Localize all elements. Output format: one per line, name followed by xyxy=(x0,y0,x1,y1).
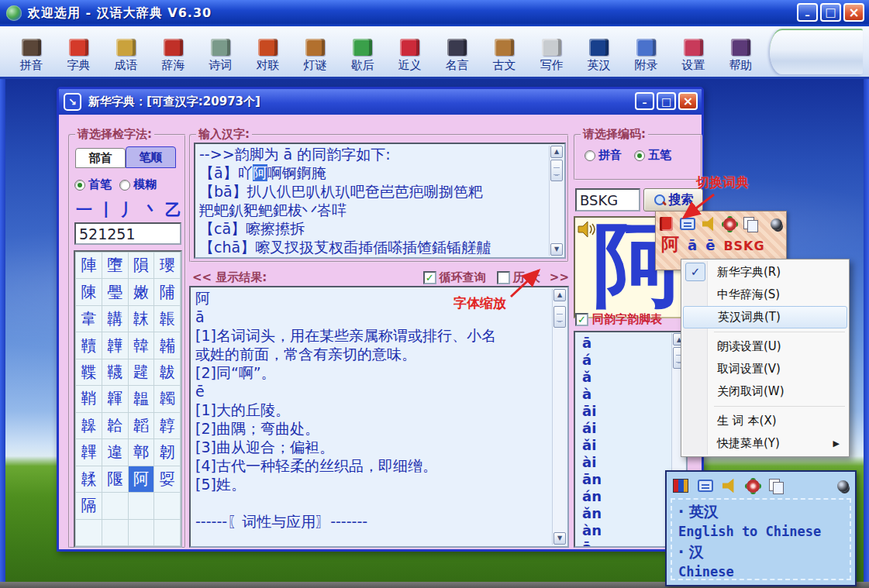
toolbar-item-bangzhu[interactable]: 帮助 xyxy=(717,39,764,74)
menu-item-xinhua-dict[interactable]: 新华字典(R) xyxy=(683,261,847,284)
grid-cell[interactable]: 韠 xyxy=(76,439,102,465)
grid-cell[interactable]: 陠 xyxy=(154,279,180,304)
scroll-up-icon[interactable] xyxy=(553,289,566,301)
menu-item-quick-menu[interactable]: 快捷菜单(Y) xyxy=(683,432,847,455)
grid-cell[interactable]: 韙 xyxy=(129,359,154,385)
grid-cell[interactable]: 韍 xyxy=(154,359,180,385)
dict-minimize-button[interactable] xyxy=(635,92,654,110)
menu-separator[interactable] xyxy=(683,328,847,335)
input-scrollbar[interactable] xyxy=(549,146,563,256)
grid-cell[interactable]: 韜 xyxy=(129,413,154,438)
toolbar-item-mingyan[interactable]: 名言 xyxy=(433,39,481,74)
grid-cell[interactable]: 韐 xyxy=(102,413,128,438)
grid-cell[interactable] xyxy=(102,493,128,518)
stroke-button[interactable]: 丿 xyxy=(121,199,137,221)
pinyin-list-item[interactable]: ài xyxy=(582,454,686,471)
dictionary-icon[interactable] xyxy=(660,217,673,231)
toolbar-item-dengmi[interactable]: 灯谜 xyxy=(291,39,339,74)
settings-icon[interactable] xyxy=(723,218,736,231)
loop-search-checkbox[interactable] xyxy=(423,271,436,284)
copy-icon[interactable] xyxy=(743,217,757,231)
grid-cell[interactable]: 陳 xyxy=(76,279,102,304)
rhyme-table-checkbox-row[interactable]: 同韵字韵脚表 xyxy=(575,312,662,327)
search-button[interactable]: 搜索 xyxy=(643,188,703,211)
hist-big-checkbox[interactable] xyxy=(497,271,510,284)
pinyin-list-item[interactable]: ā xyxy=(582,335,686,352)
grid-cell[interactable]: 韛 xyxy=(154,332,180,358)
grid-cell[interactable]: 隕 xyxy=(129,253,154,278)
toolbar-item-pinyin[interactable]: 拼音 xyxy=(8,39,55,74)
grid-cell[interactable]: 璺 xyxy=(102,279,128,304)
grid-cell[interactable]: 娿 xyxy=(154,466,180,492)
scroll-down-icon[interactable] xyxy=(553,532,566,545)
copy-icon[interactable] xyxy=(769,479,783,493)
dict-close-button[interactable] xyxy=(678,92,698,110)
grid-cell[interactable]: 嫩 xyxy=(129,279,154,304)
grid-cell[interactable] xyxy=(154,520,180,545)
grid-cell[interactable]: 韞 xyxy=(129,386,154,411)
speaker-icon[interactable] xyxy=(578,221,596,238)
pinyin-list-item[interactable]: á xyxy=(582,352,686,369)
toolbar-item-chengyu[interactable]: 成语 xyxy=(102,39,150,74)
dict-maximize-button[interactable] xyxy=(657,92,676,110)
grid-cell[interactable]: 韟 xyxy=(76,413,102,438)
restore-icon[interactable] xyxy=(64,93,81,111)
toolbar-item-xiehou[interactable]: 歇后 xyxy=(339,39,386,74)
stroke-code-input[interactable] xyxy=(74,222,181,245)
loop-search-checkbox-row[interactable]: 循环查询 xyxy=(423,270,486,285)
grid-cell[interactable]: 瓔 xyxy=(154,253,180,278)
toolbar-item-jinyi[interactable]: 近义 xyxy=(386,39,433,74)
dict-books-icon[interactable] xyxy=(673,479,688,493)
grid-cell[interactable]: 陣 xyxy=(76,253,102,278)
grid-cell[interactable]: 韗 xyxy=(102,386,128,411)
radio-mohu[interactable]: 模糊 xyxy=(119,177,157,192)
rhyme-table-checkbox[interactable] xyxy=(575,313,588,326)
grid-cell[interactable] xyxy=(129,520,154,545)
menu-item-close-capture[interactable]: 关闭取词(W) xyxy=(683,380,847,403)
menu-item-yinghan-dict[interactable]: 英汉词典(T) xyxy=(683,306,847,328)
menu-item-capture-settings[interactable]: 取词设置(V) xyxy=(683,358,847,380)
pinyin-list-item[interactable]: à xyxy=(582,386,686,403)
result-textarea[interactable]: 阿 ā [1]名词词头，用在某些亲属称谓或排行、小名 或姓的前面，常含有亲切的意… xyxy=(189,286,569,548)
grid-cell[interactable]: 韝 xyxy=(102,306,128,332)
grid-cell[interactable]: 隁 xyxy=(102,466,128,492)
menu-separator[interactable] xyxy=(683,403,847,410)
input-textarea[interactable]: -->>韵脚为 ā 的同韵字如下: 【ā】吖阿啊锕錒腌 【bā】扒八仈巴叭朳玐吧… xyxy=(194,143,566,259)
speaker-icon[interactable] xyxy=(702,217,716,231)
grid-cell[interactable]: 違 xyxy=(102,439,128,465)
grid-cell[interactable] xyxy=(76,520,102,545)
hist-big-checkbox-row[interactable]: 历 大 xyxy=(497,270,540,285)
grid-cell[interactable]: 鞘 xyxy=(76,386,102,411)
grid-cell[interactable] xyxy=(154,493,180,518)
grid-cell[interactable]: 鄣 xyxy=(129,439,154,465)
stroke-button[interactable]: 一 xyxy=(76,199,92,221)
toolbar-item-cihai[interactable]: 辞海 xyxy=(150,39,197,74)
speaker-icon[interactable] xyxy=(722,479,737,493)
grid-cell[interactable]: 韓 xyxy=(129,332,154,358)
grid-cell[interactable]: 阿 xyxy=(129,466,154,492)
grid-cell[interactable]: 韇 xyxy=(76,332,102,358)
pinyin-list-item[interactable]: ái xyxy=(582,420,686,437)
radio-pinyin[interactable]: 拼音 xyxy=(585,148,622,163)
radio-wubi[interactable]: 五笔 xyxy=(634,148,671,163)
scrollbar-thumb[interactable] xyxy=(550,160,563,181)
grid-cell[interactable] xyxy=(102,520,128,545)
grid-cell[interactable]: 墮 xyxy=(102,253,128,278)
grid-cell[interactable]: 韕 xyxy=(154,413,180,438)
result-scrollbar[interactable] xyxy=(552,289,566,545)
menu-item-reading-settings[interactable]: 朗读设置(U) xyxy=(683,335,847,358)
toolbar-item-yinghan[interactable]: 英汉 xyxy=(575,39,622,74)
stroke-button[interactable]: 乙 xyxy=(165,199,181,221)
grid-cell[interactable] xyxy=(129,493,154,518)
next-arrows[interactable]: >> xyxy=(550,270,569,284)
grid-cell[interactable]: 韌 xyxy=(154,439,180,465)
grid-cell[interactable]: 韔 xyxy=(154,306,180,332)
toolbar-item-xiezuo[interactable]: 写作 xyxy=(528,39,575,74)
pinyin-list-item[interactable]: ǎ xyxy=(582,369,686,386)
lamp-icon[interactable] xyxy=(771,218,782,230)
tab-bishun[interactable]: 笔顺 xyxy=(126,146,176,168)
radio-shoubi[interactable]: 首笔 xyxy=(74,177,112,192)
dictionary-titlebar[interactable]: 新华字典：[可查汉字:20973个] xyxy=(59,89,702,115)
code-input[interactable] xyxy=(575,188,640,211)
toolbar-item-zidian[interactable]: 字典 xyxy=(55,39,102,74)
